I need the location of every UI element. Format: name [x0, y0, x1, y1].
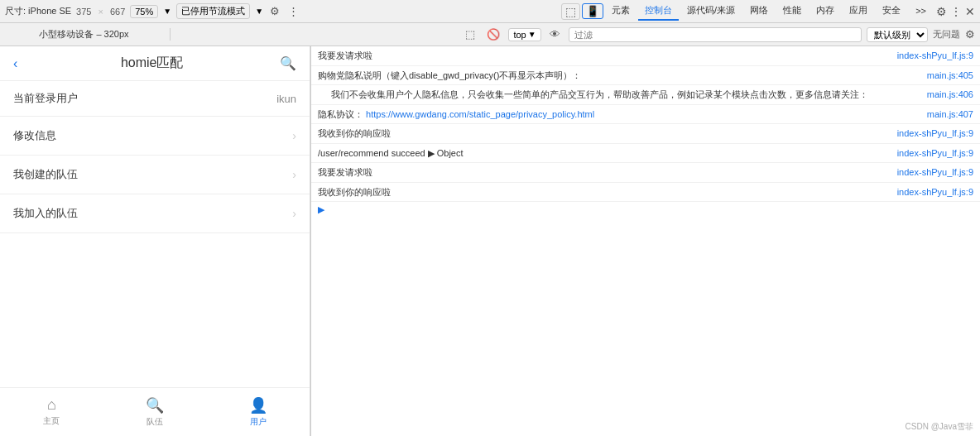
- top-bar-left: 尺寸: iPhone SE 375 × 667 75% ▼ 已停用节流模式 ▼ …: [5, 3, 300, 19]
- zoom-button[interactable]: 75%: [130, 5, 158, 18]
- level-select[interactable]: 默认级别: [867, 27, 928, 42]
- console-text: 隐私协议： https://www.gwdang.com/static_page…: [318, 108, 920, 122]
- app-header: ‹ homie匹配 🔍: [0, 46, 310, 81]
- clear-console-button[interactable]: 🚫: [483, 26, 503, 42]
- inspect-icon[interactable]: ⬚: [561, 3, 580, 20]
- gear-button[interactable]: ⚙: [936, 5, 947, 18]
- tab-network[interactable]: 网络: [743, 2, 775, 21]
- zoom-dropdown-icon[interactable]: ▼: [163, 7, 171, 16]
- filter-input[interactable]: [569, 27, 862, 42]
- second-bar: 小型移动设备 – 320px ⬚ 🚫 top ▼ 👁 默认级别 无问题 ⚙: [0, 23, 980, 46]
- nav-item-home[interactable]: ⌂ 主页: [0, 393, 103, 431]
- app-header-title: homie匹配: [24, 55, 280, 72]
- console-line: 我收到你的响应啦 index-shPyu_lf.js:9: [311, 124, 980, 144]
- menu-item-edit-label: 修改信息: [13, 128, 292, 143]
- console-text: 我们不会收集用户个人隐私信息，只会收集一些简单的产品交互行为，帮助改善产品，例如…: [318, 88, 920, 102]
- tab-console[interactable]: 控制台: [638, 2, 679, 21]
- console-line: 我要发请求啦 index-shPyu_lf.js:9: [311, 163, 980, 183]
- search-icon[interactable]: 🔍: [280, 55, 296, 71]
- menu-item-joined-label: 我加入的队伍: [13, 206, 292, 221]
- device-width: 375: [76, 7, 91, 17]
- devtools-tabs: ⬚ 📱 元素 控制台 源代码/来源 网络 性能 内存 应用 安全 >>: [561, 2, 933, 21]
- tab-security[interactable]: 安全: [876, 2, 907, 21]
- chevron-right-icon-edit: ›: [292, 129, 296, 142]
- mobile-panel: ‹ homie匹配 🔍 当前登录用户 ikun 修改信息 › 我创建的队伍 › …: [0, 46, 310, 436]
- tab-elements[interactable]: 元素: [605, 2, 637, 21]
- home-icon: ⌂: [47, 396, 56, 414]
- main-layout: ‹ homie匹配 🔍 当前登录用户 ikun 修改信息 › 我创建的队伍 › …: [0, 46, 980, 436]
- console-text: 我收到你的响应啦: [318, 127, 891, 141]
- menu-item-created-label: 我创建的队伍: [13, 167, 292, 182]
- console-source[interactable]: index-shPyu_lf.js:9: [897, 146, 973, 161]
- issues-label: 无问题: [933, 28, 960, 41]
- chevron-right-icon-created: ›: [292, 168, 296, 181]
- console-line: 我要发请求啦 index-shPyu_lf.js:9: [311, 46, 980, 66]
- devtools-panel: 我要发请求啦 index-shPyu_lf.js:9 购物党隐私说明（键入dis…: [311, 46, 980, 436]
- user-info-row: 当前登录用户 ikun: [0, 81, 310, 117]
- privacy-link[interactable]: https://www.gwdang.com/static_page/priva…: [366, 109, 594, 119]
- times-icon: ×: [98, 7, 103, 17]
- chevron-right-icon-joined: ›: [292, 207, 296, 220]
- console-text: /user/recommend succeed ▶ Object: [318, 146, 891, 161]
- dropdown-arrow-icon: ▼: [528, 30, 536, 39]
- user-icon: 👤: [249, 396, 267, 414]
- nav-item-home-label: 主页: [43, 415, 60, 427]
- console-text: 我收到你的响应啦: [318, 185, 891, 199]
- console-source[interactable]: main.js:406: [927, 88, 973, 102]
- mobile-inner: ‹ homie匹配 🔍 当前登录用户 ikun 修改信息 › 我创建的队伍 › …: [0, 46, 310, 436]
- tab-performance[interactable]: 性能: [776, 2, 808, 21]
- device-label: 尺寸: iPhone SE: [5, 5, 71, 17]
- current-user-label: 当前登录用户: [13, 91, 276, 106]
- teams-icon: 🔍: [146, 396, 164, 414]
- device-height: 667: [110, 7, 125, 17]
- close-button[interactable]: ✕: [965, 5, 975, 18]
- nav-item-user-label: 用户: [250, 416, 267, 428]
- back-chevron-icon[interactable]: ‹: [13, 56, 17, 71]
- device-icon[interactable]: 📱: [582, 3, 603, 19]
- console-text: 我要发请求啦: [318, 49, 891, 63]
- console-source[interactable]: index-shPyu_lf.js:9: [897, 165, 973, 180]
- menu-item-joined-teams[interactable]: 我加入的队伍 ›: [0, 194, 310, 233]
- console-text: 购物党隐私说明（键入disable_gwd_privacy()不再显示本声明）：: [318, 69, 920, 83]
- more-icon[interactable]: ⋮: [286, 3, 300, 19]
- current-user-value: ikun: [276, 93, 296, 105]
- menu-item-edit[interactable]: 修改信息 ›: [0, 117, 310, 156]
- console-source[interactable]: index-shPyu_lf.js:9: [897, 49, 973, 63]
- nav-item-teams-label: 队伍: [147, 416, 163, 428]
- console-source[interactable]: main.js:407: [927, 108, 973, 122]
- console-line: /user/recommend succeed ▶ Object index-s…: [311, 144, 980, 164]
- sidebar-toggle-button[interactable]: ⬚: [462, 26, 478, 42]
- menu-item-created-teams[interactable]: 我创建的队伍 ›: [0, 156, 310, 194]
- mode-button[interactable]: 已停用节流模式: [176, 3, 250, 19]
- console-expand-button[interactable]: ▶: [311, 202, 980, 218]
- tab-application[interactable]: 应用: [843, 2, 874, 21]
- tab-more[interactable]: >>: [909, 3, 933, 20]
- console-output: 我要发请求啦 index-shPyu_lf.js:9 购物党隐私说明（键入dis…: [311, 46, 980, 436]
- bottom-nav: ⌂ 主页 🔍 队伍 👤 用户: [0, 387, 310, 436]
- console-line: 购物党隐私说明（键入disable_gwd_privacy()不再显示本声明）：…: [311, 66, 980, 86]
- top-dropdown[interactable]: top ▼: [508, 28, 540, 41]
- devtools-settings-button[interactable]: ⚙: [965, 28, 975, 41]
- device-size-label: 小型移动设备 – 320px: [5, 28, 171, 41]
- console-text: 我要发请求啦: [318, 165, 891, 180]
- watermark: CSDN @Java雪菲: [906, 421, 973, 433]
- top-bar-right: ⚙ ⋮ ✕: [936, 5, 975, 18]
- eye-button[interactable]: 👁: [546, 26, 564, 42]
- console-source[interactable]: main.js:405: [927, 69, 973, 83]
- top-bar: 尺寸: iPhone SE 375 × 667 75% ▼ 已停用节流模式 ▼ …: [0, 0, 980, 23]
- console-line: 我收到你的响应啦 index-shPyu_lf.js:9: [311, 183, 980, 203]
- top-label: top: [513, 30, 526, 40]
- tab-memory[interactable]: 内存: [809, 2, 841, 21]
- console-source[interactable]: index-shPyu_lf.js:9: [897, 127, 973, 141]
- console-line: 我们不会收集用户个人隐私信息，只会收集一些简单的产品交互行为，帮助改善产品，例如…: [311, 85, 980, 105]
- console-line: 隐私协议： https://www.gwdang.com/static_page…: [311, 105, 980, 125]
- console-source[interactable]: index-shPyu_lf.js:9: [897, 185, 973, 199]
- nav-item-teams[interactable]: 🔍 队伍: [103, 393, 207, 431]
- tab-sources[interactable]: 源代码/来源: [680, 2, 742, 21]
- more-button[interactable]: ⋮: [950, 5, 962, 18]
- mode-dropdown-icon[interactable]: ▼: [255, 7, 263, 16]
- nav-item-user[interactable]: 👤 用户: [206, 393, 310, 431]
- settings-icon[interactable]: ⚙: [268, 3, 281, 19]
- content-spacer: [0, 233, 310, 387]
